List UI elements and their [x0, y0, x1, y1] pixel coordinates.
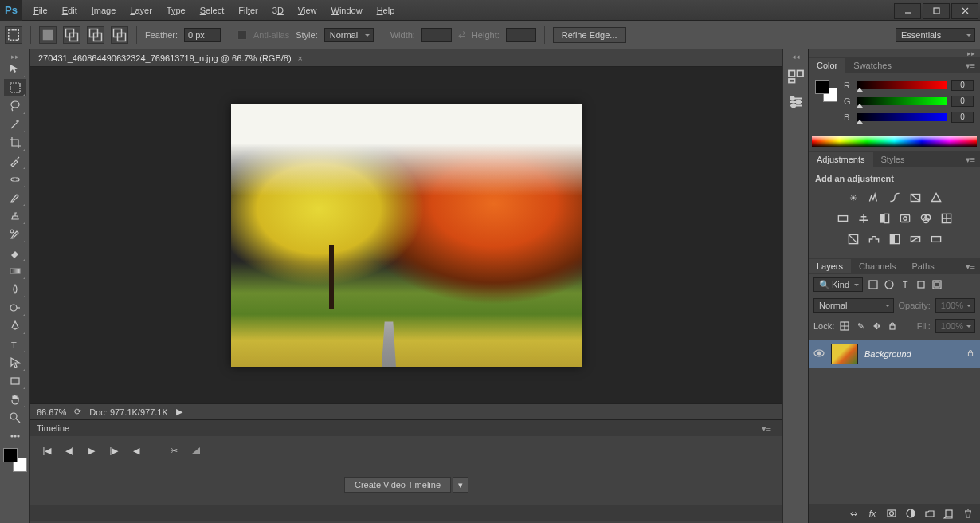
antialias-checkbox[interactable] — [237, 30, 247, 40]
create-video-timeline-button[interactable]: Create Video Timeline — [344, 477, 451, 493]
color-balance-icon[interactable] — [856, 210, 872, 226]
gradient-map-icon[interactable] — [907, 231, 923, 247]
layers-menu-icon[interactable]: ▾≡ — [961, 262, 980, 272]
lock-pixels-icon[interactable]: ✎ — [855, 320, 866, 332]
new-layer-icon[interactable] — [943, 508, 955, 519]
menu-image[interactable]: Image — [85, 2, 123, 18]
blur-tool[interactable] — [4, 281, 26, 298]
feather-input[interactable]: 0 px — [184, 28, 221, 42]
type-tool[interactable]: T — [4, 336, 26, 353]
prev-frame-icon[interactable]: ◀| — [64, 445, 75, 456]
threshold-icon[interactable] — [887, 231, 903, 247]
canvas-area[interactable] — [30, 67, 782, 403]
rotate-icon[interactable]: ⟳ — [74, 407, 81, 417]
visibility-icon[interactable] — [813, 348, 825, 360]
menu-3d[interactable]: 3D — [266, 2, 290, 18]
properties-panel-icon[interactable] — [786, 92, 806, 112]
group-icon[interactable] — [924, 508, 935, 519]
active-tool-icon[interactable] — [5, 26, 22, 44]
selective-color-icon[interactable] — [928, 231, 944, 247]
menu-edit[interactable]: Edit — [56, 2, 84, 18]
subtract-selection-icon[interactable] — [87, 26, 104, 44]
g-slider[interactable] — [857, 97, 947, 105]
adjustments-tab[interactable]: Adjustments — [809, 152, 873, 167]
zoom-tool[interactable] — [4, 409, 26, 427]
menu-window[interactable]: Window — [325, 2, 369, 18]
minimize-button[interactable] — [894, 3, 921, 19]
menu-help[interactable]: Help — [370, 2, 402, 18]
style-dropdown[interactable]: Normal — [324, 28, 374, 42]
filter-kind-dropdown[interactable]: 🔍Kind — [813, 277, 863, 292]
timeline-menu-icon[interactable]: ▾≡ — [757, 423, 776, 434]
photo-filter-icon[interactable] — [897, 210, 913, 226]
menu-view[interactable]: View — [292, 2, 323, 18]
timeline-dropdown-icon[interactable]: ▾ — [453, 477, 468, 493]
intersect-selection-icon[interactable] — [111, 26, 128, 44]
pen-tool[interactable] — [4, 317, 26, 335]
channel-mixer-icon[interactable] — [918, 210, 934, 226]
menu-select[interactable]: Select — [194, 2, 231, 18]
scissors-icon[interactable]: ✂ — [168, 445, 179, 456]
clone-stamp-tool[interactable] — [4, 207, 26, 225]
color-swatches[interactable] — [3, 448, 27, 472]
workspace-dropdown[interactable]: Essentials — [896, 28, 975, 42]
filter-shape-icon[interactable] — [915, 279, 927, 290]
color-menu-icon[interactable]: ▾≡ — [961, 61, 980, 71]
magic-wand-tool[interactable] — [4, 116, 26, 133]
document-tab[interactable]: 270431_460864490632324_769613719_n.jpg @… — [30, 49, 782, 67]
curves-icon[interactable] — [887, 190, 903, 206]
edit-toolbar[interactable] — [4, 427, 26, 445]
move-tool[interactable] — [4, 61, 26, 78]
swatches-tab[interactable]: Swatches — [845, 58, 900, 73]
brightness-icon[interactable]: ☀ — [845, 190, 861, 206]
fill-layer-icon[interactable] — [905, 508, 916, 519]
next-frame-icon[interactable]: |▶ — [108, 445, 120, 456]
exposure-icon[interactable] — [907, 190, 923, 206]
lock-all-icon[interactable] — [887, 320, 898, 332]
eraser-tool[interactable] — [4, 244, 26, 262]
levels-icon[interactable] — [866, 190, 882, 206]
layer-thumbnail[interactable] — [831, 344, 858, 364]
layer-name[interactable]: Background — [864, 349, 911, 359]
layers-tab[interactable]: Layers — [809, 259, 851, 273]
opacity-input[interactable]: 100% — [935, 298, 975, 313]
gradient-tool[interactable] — [4, 262, 26, 280]
link-layers-icon[interactable]: ⇔ — [848, 508, 859, 519]
posterize-icon[interactable] — [866, 231, 882, 247]
b-slider[interactable] — [857, 113, 947, 121]
lock-position-icon[interactable]: ✥ — [871, 320, 882, 332]
vibrance-icon[interactable] — [928, 190, 944, 206]
menu-file[interactable]: File — [27, 2, 54, 18]
color-tab[interactable]: Color — [809, 58, 845, 73]
g-value[interactable]: 0 — [951, 96, 974, 107]
blend-mode-dropdown[interactable]: Normal — [813, 298, 894, 313]
toolbox-expand-icon[interactable]: ▸▸ — [0, 53, 29, 61]
color-lookup-icon[interactable] — [939, 210, 955, 226]
layer-fx-icon[interactable]: fx — [867, 508, 878, 519]
menu-filter[interactable]: Filter — [232, 2, 264, 18]
adjustments-menu-icon[interactable]: ▾≡ — [961, 155, 980, 165]
bw-icon[interactable] — [876, 210, 892, 226]
add-selection-icon[interactable] — [63, 26, 80, 44]
color-swatch[interactable] — [815, 80, 837, 102]
path-select-tool[interactable] — [4, 354, 26, 372]
b-value[interactable]: 0 — [951, 112, 974, 123]
refine-edge-button[interactable]: Refine Edge... — [553, 27, 626, 43]
first-frame-icon[interactable]: |◀ — [41, 445, 53, 456]
play-icon[interactable]: ▶ — [86, 445, 97, 456]
menu-type[interactable]: Type — [160, 2, 192, 18]
last-frame-icon[interactable]: ◀ — [131, 445, 142, 456]
layer-item[interactable]: Background — [809, 340, 980, 368]
lasso-tool[interactable] — [4, 97, 26, 115]
close-tab-icon[interactable]: × — [298, 53, 303, 63]
shape-tool[interactable] — [4, 372, 26, 390]
fill-input[interactable]: 100% — [935, 319, 975, 333]
zoom-level[interactable]: 66.67% — [37, 407, 66, 417]
marquee-tool[interactable] — [4, 79, 26, 96]
paths-tab[interactable]: Paths — [904, 259, 943, 273]
healing-brush-tool[interactable] — [4, 171, 26, 188]
filter-adjust-icon[interactable] — [884, 279, 895, 290]
eyedropper-tool[interactable] — [4, 152, 26, 170]
filter-pixel-icon[interactable] — [868, 279, 879, 290]
new-selection-icon[interactable] — [39, 26, 57, 44]
